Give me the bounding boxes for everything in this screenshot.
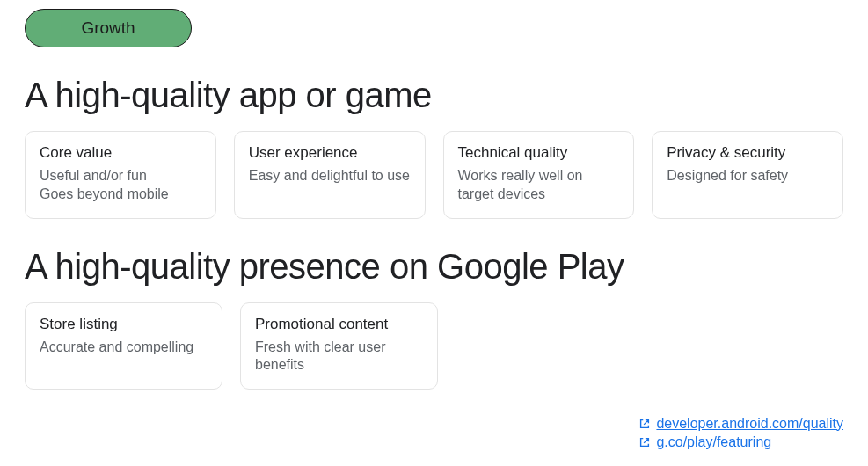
card-core-value: Core value Useful and/or fun Goes beyond… xyxy=(25,131,216,219)
card-user-experience: User experience Easy and delightful to u… xyxy=(234,131,426,219)
link-row: g.co/play/featuring xyxy=(638,433,843,452)
section2-cards: Store listing Accurate and compelling Pr… xyxy=(25,302,438,390)
card-promotional-content: Promotional content Fresh with clear use… xyxy=(240,302,438,390)
card-body: Fresh with clear user benefits xyxy=(255,339,423,375)
card-technical-quality: Technical quality Works really well on t… xyxy=(443,131,635,219)
link-featuring[interactable]: g.co/play/featuring xyxy=(656,433,771,452)
card-body: Useful and/or fun Goes beyond mobile xyxy=(40,167,201,204)
category-pill: Growth xyxy=(25,9,192,47)
card-body: Works really well on target devices xyxy=(458,167,620,204)
card-title: Promotional content xyxy=(255,316,423,333)
card-body: Designed for safety xyxy=(667,167,828,186)
card-store-listing: Store listing Accurate and compelling xyxy=(25,302,222,390)
card-body: Easy and delightful to use xyxy=(249,167,411,186)
section1-heading: A high-quality app or game xyxy=(25,76,843,115)
link-row: developer.android.com/quality xyxy=(638,414,843,433)
card-title: Store listing xyxy=(40,316,208,333)
section2-heading: A high-quality presence on Google Play xyxy=(25,247,843,287)
external-link-icon xyxy=(638,436,651,448)
card-title: Core value xyxy=(40,144,201,162)
link-quality[interactable]: developer.android.com/quality xyxy=(656,414,843,433)
card-title: Privacy & security xyxy=(667,144,828,162)
card-privacy-security: Privacy & security Designed for safety xyxy=(652,131,843,219)
reference-links: developer.android.com/quality g.co/play/… xyxy=(638,414,843,452)
card-title: User experience xyxy=(249,144,411,162)
card-body: Accurate and compelling xyxy=(40,339,208,357)
external-link-icon xyxy=(638,418,651,430)
slide: Growth A high-quality app or game Core v… xyxy=(0,0,868,466)
section1-cards: Core value Useful and/or fun Goes beyond… xyxy=(25,131,843,219)
card-title: Technical quality xyxy=(458,144,620,162)
